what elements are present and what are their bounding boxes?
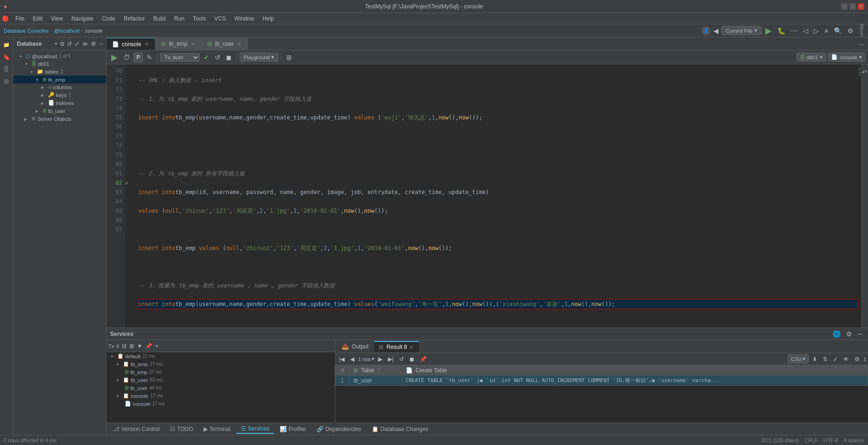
menu-code[interactable]: Code	[98, 14, 119, 23]
result-col-table[interactable]: ⊞ Table ⇅	[350, 366, 402, 375]
tb-user-tab-close[interactable]: ✕	[236, 41, 242, 47]
sidebar-item-keys[interactable]: 🔑 keys 2	[13, 91, 106, 99]
result-row-1[interactable]: 1 tb_user CREATE TABLE `tb_user` (◉ `id`…	[336, 375, 868, 386]
current-file-button[interactable]: Current File ▾	[721, 26, 761, 35]
tab-profiler[interactable]: 📊 Profiler	[275, 425, 311, 433]
services-group-button[interactable]: ⊞	[128, 341, 135, 351]
menu-run[interactable]: Run	[170, 14, 188, 23]
menu-refactor[interactable]: Refactor	[120, 14, 148, 23]
sidebar-item-tables[interactable]: 📁 tables 2	[13, 68, 106, 76]
first-page-button[interactable]: |◀	[337, 355, 346, 363]
run-all-button[interactable]: ▶	[763, 26, 774, 36]
tab-version-control[interactable]: ⎇ Version Control	[108, 425, 164, 433]
expand-results-button[interactable]: ⤢	[831, 355, 840, 363]
services-add-button[interactable]: +	[154, 341, 159, 351]
menu-tools[interactable]: Tools	[189, 14, 210, 23]
stop-results-button[interactable]: ◼	[408, 355, 416, 363]
services-item-console-1[interactable]: 📋 console 17 ms	[106, 392, 335, 400]
tab-dependencies[interactable]: 🔗 Dependencies	[312, 425, 366, 433]
stop-button[interactable]: ◼	[224, 52, 233, 63]
menu-build[interactable]: Build	[149, 14, 169, 23]
sidebar-item-localhost[interactable]: ⬡ @localhost 1 of 5	[13, 52, 106, 60]
reload-results-button[interactable]: ↺	[397, 355, 406, 363]
csv-export-button[interactable]: CSV ▾	[788, 355, 809, 363]
services-collapse-button[interactable]: ⊟	[121, 341, 127, 351]
services-item-console-2[interactable]: 📄 console 17 ms	[106, 400, 335, 408]
back-button[interactable]: ◁	[801, 26, 810, 36]
sidebar-item-tb-emp[interactable]: ⊞ tb_emp	[13, 76, 106, 83]
services-globe-button[interactable]: 🌐	[831, 329, 842, 339]
tab-services[interactable]: ☰ Services	[236, 424, 274, 434]
services-item-tb-emp-1[interactable]: 📋 tb_emp 27 ms	[106, 360, 335, 368]
sidebar-item-server-objects[interactable]: ⚙ Server Objects	[13, 115, 106, 123]
search-everywhere-button[interactable]: 🔍	[832, 26, 844, 36]
bookmarks-icon[interactable]: 🔖	[1, 51, 12, 63]
services-item-tb-user-1[interactable]: 📋 tb_user 65 ms	[106, 376, 335, 384]
format-button[interactable]: ✎	[145, 52, 154, 63]
sidebar-item-tb-user[interactable]: ⊞ tb_user	[13, 107, 106, 115]
visibility-button[interactable]: 👁	[841, 355, 851, 363]
services-item-default[interactable]: 📋 default 22 ms	[106, 352, 335, 360]
sidebar-item-columns[interactable]: ≡ columns	[13, 83, 106, 91]
sidebar-jump-button[interactable]: ⤢	[74, 39, 80, 49]
sidebar-collapse-button[interactable]: ─	[98, 39, 104, 49]
download-button[interactable]: ⬇	[811, 355, 819, 363]
close-button[interactable]: ✕	[858, 3, 864, 10]
pin-results-button[interactable]: 📌	[418, 355, 429, 363]
menu-view[interactable]: View	[47, 14, 67, 23]
next-page-button[interactable]: ▶	[376, 355, 384, 363]
sidebar-item-db01[interactable]: 🗄 db01	[13, 60, 106, 68]
more-button[interactable]: ≡	[823, 26, 830, 36]
services-sort-button[interactable]: ≡	[115, 341, 120, 351]
minimize-button[interactable]: ─	[841, 3, 847, 10]
tab-output[interactable]: 📤 Output	[337, 341, 373, 352]
tab-todo[interactable]: ☑ TODO	[165, 425, 198, 433]
debug-button[interactable]: 🐛	[776, 26, 787, 36]
code-content[interactable]: -- DML : 插入数据 - insert -- 1. 为 tb_emp 表的…	[134, 64, 861, 327]
services-pin-button[interactable]: 📌	[144, 341, 153, 351]
services-item-tb-emp-2[interactable]: ⊞ tb_emp 27 ms	[106, 368, 335, 376]
new-datasource-button[interactable]: +	[53, 39, 58, 49]
tab-database-changes[interactable]: 📋 Database Changes	[367, 425, 433, 433]
rollback-button[interactable]: ↺	[213, 52, 222, 63]
menu-window[interactable]: Window	[231, 14, 258, 23]
sidebar-item-indexes[interactable]: 📑 indexes	[13, 99, 106, 107]
sidebar-more-button[interactable]: ≫	[81, 39, 89, 49]
sidebar-refresh-button[interactable]: ↺	[66, 39, 73, 49]
sort-results-button[interactable]: ⇅	[821, 355, 829, 363]
services-minimize-button[interactable]: ─	[856, 329, 864, 339]
console-tab-close[interactable]: ✕	[144, 41, 149, 47]
result-col-create-table[interactable]: 📄 Create Table	[402, 366, 868, 375]
avatar-icon[interactable]: 👤	[701, 26, 711, 35]
tab-result-8[interactable]: ⊞ Result 8 ✕	[374, 341, 419, 352]
run-history-button[interactable]: ⏱	[121, 52, 132, 63]
services-settings-button[interactable]: ⚙	[844, 329, 854, 339]
sidebar-copy-button[interactable]: ⧉	[59, 39, 65, 49]
menu-edit[interactable]: Edit	[29, 14, 46, 23]
sidebar-settings-button[interactable]: ⚙	[90, 39, 97, 49]
table-view-button[interactable]: ⊞	[284, 52, 294, 63]
menu-vcs[interactable]: VCS	[211, 14, 230, 23]
menu-help[interactable]: Help	[259, 14, 278, 23]
code-editor[interactable]: 70 71 72 73 74 75 76 77 78 79 80 81 82 8…	[106, 64, 868, 327]
services-filter-button[interactable]: ▼	[136, 341, 143, 351]
last-page-button[interactable]: ▶|	[386, 355, 395, 363]
maximize-button[interactable]: □	[849, 3, 856, 10]
db01-selector[interactable]: 🗄 db01 ▾	[797, 53, 826, 62]
tab-tb-emp[interactable]: ⊞ tb_emp ✕	[155, 38, 202, 50]
structure-icon[interactable]: ⊞	[1, 76, 12, 87]
database-icon[interactable]: 🗄	[1, 63, 12, 75]
title-bar-controls[interactable]: ─ □ ✕	[841, 3, 864, 10]
nav-back-button[interactable]: ◀	[713, 26, 720, 35]
console-selector[interactable]: 📄 console ▾	[828, 53, 865, 62]
param-button[interactable]: P	[134, 52, 143, 63]
result-content[interactable]: # ⊞ Table ⇅ 📄	[335, 365, 868, 423]
playground-button[interactable]: Playground ▾	[240, 53, 278, 62]
breadcrumb-localhost[interactable]: @localhost	[54, 28, 80, 34]
breadcrumb-database-consoles[interactable]: Database Consoles	[4, 28, 49, 34]
tabs-more-button[interactable]: ⋯	[857, 40, 866, 50]
prev-page-button[interactable]: ◀	[348, 355, 356, 363]
tab-tb-user[interactable]: ⊞ tb_user ✕	[202, 38, 248, 50]
project-icon[interactable]: 📁	[1, 39, 12, 50]
result-settings-button[interactable]: ⚙	[853, 355, 861, 363]
